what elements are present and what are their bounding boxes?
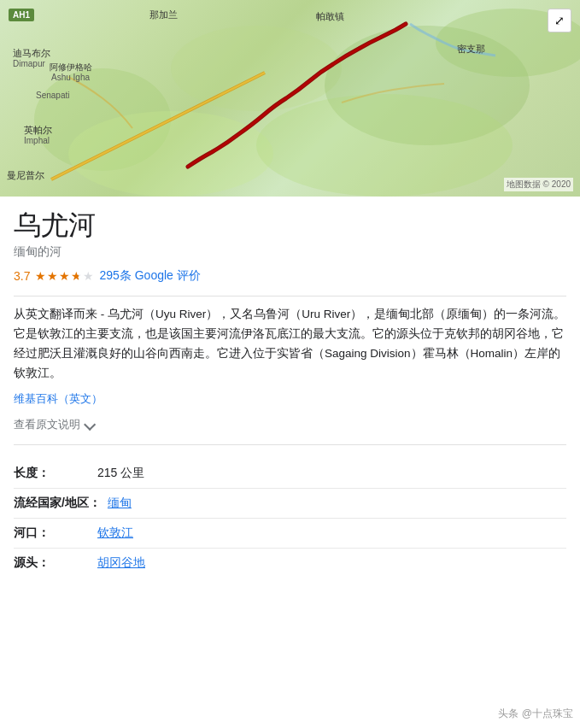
ashu-label-en: Ashu Igha — [51, 72, 90, 83]
info-value: 215 公里 — [97, 466, 144, 481]
content-section: 乌尤河 缅甸的河 3.7 ★ ★ ★ ★ ★ 295条 Google 评价 从英… — [0, 197, 580, 578]
info-label: 源头： — [14, 555, 91, 571]
expand-icon: ⤢ — [554, 14, 565, 27]
chevron-down-icon — [84, 418, 96, 430]
reviews-link[interactable]: 295条 Google 评价 — [99, 268, 200, 284]
info-row: 流经国家/地区：缅甸 — [14, 489, 566, 519]
show-original-label: 查看原文说明 — [14, 417, 80, 432]
info-label: 河口： — [14, 525, 91, 541]
wiki-link[interactable]: 维基百科（英文） — [14, 391, 103, 407]
info-value[interactable]: 胡冈谷地 — [97, 555, 145, 571]
description-text: 从英文翻译而来 - 乌尤河（Uyu River），又名乌鲁河（Uru River… — [14, 305, 566, 384]
divider-1 — [14, 296, 566, 296]
star-2: ★ — [47, 269, 58, 283]
info-section: 长度：215 公里流经国家/地区：缅甸河口：钦敦江源头：胡冈谷地 — [14, 454, 566, 578]
info-value[interactable]: 钦敦江 — [97, 525, 133, 541]
info-row: 长度：215 公里 — [14, 459, 566, 489]
dimapur-label-en: Dimapur — [13, 58, 45, 69]
imphal-label-en: Imphal — [24, 135, 50, 146]
rating-row: 3.7 ★ ★ ★ ★ ★ 295条 Google 评价 — [14, 268, 566, 284]
ah1-badge: AH1 — [9, 9, 34, 21]
map-svg — [0, 0, 580, 197]
info-label: 长度： — [14, 466, 91, 481]
star-5: ★ — [83, 269, 94, 283]
divider-2 — [14, 444, 566, 445]
stars: ★ ★ ★ ★ ★ — [35, 269, 94, 283]
panshe-label: 帕敢镇 — [316, 10, 344, 22]
expand-button[interactable]: ⤢ — [548, 9, 571, 32]
misina-label-cn: 密支那 — [457, 43, 485, 55]
place-title: 乌尤河 — [14, 208, 566, 241]
svg-point-5 — [256, 94, 513, 197]
svg-point-1 — [171, 26, 342, 111]
info-row: 河口：钦敦江 — [14, 519, 566, 549]
place-type: 缅甸的河 — [14, 244, 566, 260]
info-value[interactable]: 缅甸 — [108, 496, 132, 511]
star-3: ★ — [59, 269, 70, 283]
star-4: ★ — [71, 269, 82, 283]
show-original-btn[interactable]: 查看原文说明 — [14, 417, 566, 432]
nagaland-label: 那加兰 — [149, 9, 178, 21]
map-container: AH1 迪马布尔 Dimapur 阿修伊格哈 Ashu Igha Senapat… — [0, 0, 580, 197]
map-copyright: 地图数据 © 2020 — [504, 178, 573, 191]
manipur-label: 曼尼普尔 — [7, 169, 44, 181]
info-row: 源头：胡冈谷地 — [14, 549, 566, 578]
rating-number: 3.7 — [14, 269, 30, 283]
star-1: ★ — [35, 269, 46, 283]
info-label: 流经国家/地区： — [14, 496, 101, 511]
senapati-label: Senapati — [36, 90, 69, 101]
